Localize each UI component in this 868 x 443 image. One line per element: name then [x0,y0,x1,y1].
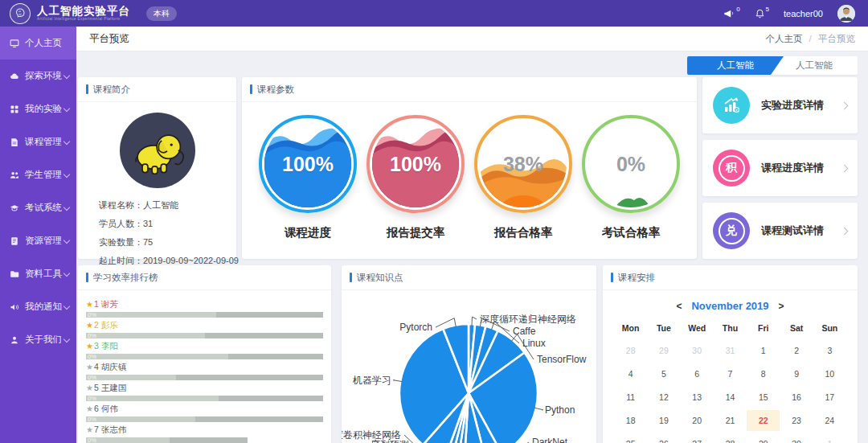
app-logo[interactable]: 人工智能实验平台 Artificial Intelligence Experim… [0,3,177,24]
calendar-day[interactable]: 12 [647,387,680,408]
calendar-day[interactable]: 1 [813,433,846,443]
sidebar-item-student-manage[interactable]: 学生管理 [0,158,76,191]
sidebar-item-home[interactable]: 个人主页 [0,27,76,59]
gauge-value: 0% [588,121,674,207]
calendar-day[interactable]: 31 [714,340,747,361]
calendar-day[interactable]: 25 [614,433,647,443]
calendar-day[interactable]: 16 [780,387,813,408]
calendar-month-label[interactable]: November 2019 [691,300,768,312]
pie-slice-label: DarkNet [532,437,568,443]
pie-slice-label: 深度卷积神经网络 [342,429,401,441]
user-avatar[interactable] [837,5,855,23]
sidebar-item-explore[interactable]: 探索环境 [0,59,76,92]
calendar-day[interactable]: 6 [681,363,714,384]
gauge-value: 100% [372,121,459,207]
calendar-next-button[interactable]: > [779,301,784,312]
sidebar-item-experiments[interactable]: 我的实验 [0,92,76,125]
knowledge-points-title: 课程知识点 [357,272,403,284]
calendar-day[interactable]: 17 [813,387,846,408]
calendar-day[interactable]: 28 [714,433,747,443]
username[interactable]: teacher00 [784,9,823,18]
calendar-day[interactable]: 30 [681,340,714,361]
ranking-bar-label: 0% [88,354,96,359]
ranking-bar: 0% [86,396,323,401]
calendar-day[interactable]: 20 [681,410,714,431]
calendar-prev-button[interactable]: < [676,301,682,312]
card-accent [86,273,88,282]
calendar-day[interactable]: 24 [813,410,846,431]
calendar-day[interactable]: 28 [614,340,647,361]
calendar-day[interactable]: 11 [614,387,647,408]
sidebar-item-material-tools[interactable]: 资料工具 [0,257,76,290]
calendar-day[interactable]: 29 [647,340,680,361]
experiment-progress-icon [713,87,750,124]
ranking-bar: 0% [86,416,323,422]
calendar-day-header: Fri [747,318,780,338]
tab-ai-inactive[interactable]: 人工智能 [771,56,858,75]
calendar-day[interactable]: 8 [747,363,780,384]
calendar-day[interactable]: 5 [647,363,680,384]
star-icon: ★ [86,404,93,413]
chevron-down-icon [63,203,70,210]
card-accent [250,84,252,94]
breadcrumb-parent[interactable]: 个人主页 [765,34,802,43]
star-icon: ★ [86,363,93,371]
ranking-title: 学习效率排行榜 [93,272,158,284]
sidebar-item-course-manage[interactable]: 课程管理 [0,125,76,158]
hadoop-elephant-logo [120,113,195,188]
ranking-bar: 0% [86,437,248,443]
calendar-day[interactable]: 27 [681,433,714,443]
calendar-day[interactable]: 3 [813,340,846,361]
calendar-day[interactable]: 7 [714,363,747,384]
gauge-label: 考试合格率 [602,225,661,240]
calendar-day-header: Sat [780,318,813,338]
calendar-day[interactable]: 23 [780,410,813,431]
calendar-day[interactable]: 14 [714,387,747,408]
calendar-day-selected[interactable]: 22 [747,410,780,431]
announcement-icon[interactable]: 0 [723,8,739,19]
calendar-day[interactable]: 19 [647,410,680,431]
calendar-day[interactable]: 13 [681,387,714,408]
coin-glyph: 积 [719,155,745,182]
calendar-day-header: Sun [813,318,846,338]
experiment-progress-card[interactable]: 实验进度详情 [702,77,858,133]
schedule-title: 课程安排 [618,272,655,284]
ranking-bar-fill [86,396,219,401]
ranking-bar-fill [86,437,170,443]
course-test-label: 课程测试详情 [761,224,830,238]
pie-slice-label: TensorFlow [537,354,587,365]
calendar-day[interactable]: 9 [780,363,813,384]
gauge-value: 38% [480,121,567,207]
tab-ai-active[interactable]: 人工智能 [687,56,784,75]
course-test-card[interactable]: 兑 课程测试详情 [702,203,858,259]
calendar-day[interactable]: 30 [780,433,813,443]
calendar-day[interactable]: 1 [747,340,780,361]
calendar-day[interactable]: 4 [614,363,647,384]
calendar-day[interactable]: 18 [614,410,647,431]
sidebar-item-notifications[interactable]: 我的通知 [0,290,76,323]
gauge-value: 100% [264,121,351,207]
sidebar-item-label: 学生管理 [25,169,62,181]
app-subtitle: Artificial Intelligence Experimental Pla… [37,18,130,22]
calendar-day-header: Thu [714,318,747,338]
ranking-bar-fill [86,312,216,318]
course-field: 实验数量：75 [99,233,236,252]
calendar-day[interactable]: 29 [747,433,780,443]
calendar-day[interactable]: 10 [813,363,846,384]
page-titlebar: 平台预览 个人主页 / 平台预览 [76,27,868,51]
sidebar-item-resource-manage[interactable]: 资源管理 [0,224,76,257]
calendar-day[interactable]: 2 [780,340,813,361]
resource-manage-icon [9,236,19,246]
calendar-day[interactable]: 15 [747,387,780,408]
course-progress-card[interactable]: 积 课程进度详情 [702,140,858,196]
sidebar-item-about-us[interactable]: 关于我们 [0,323,76,356]
bell-icon[interactable]: 5 [755,8,769,19]
ranking-entry-name: ★2 彭乐 [86,320,323,331]
bell-count: 5 [766,6,769,13]
ranking-bar-fill [86,354,228,359]
calendar-day[interactable]: 26 [647,433,680,443]
course-params-title: 课程参数 [257,84,294,96]
chevron-down-icon [63,72,70,78]
calendar-day[interactable]: 21 [714,410,747,431]
sidebar-item-exam-system[interactable]: 考试系统 [0,191,76,224]
